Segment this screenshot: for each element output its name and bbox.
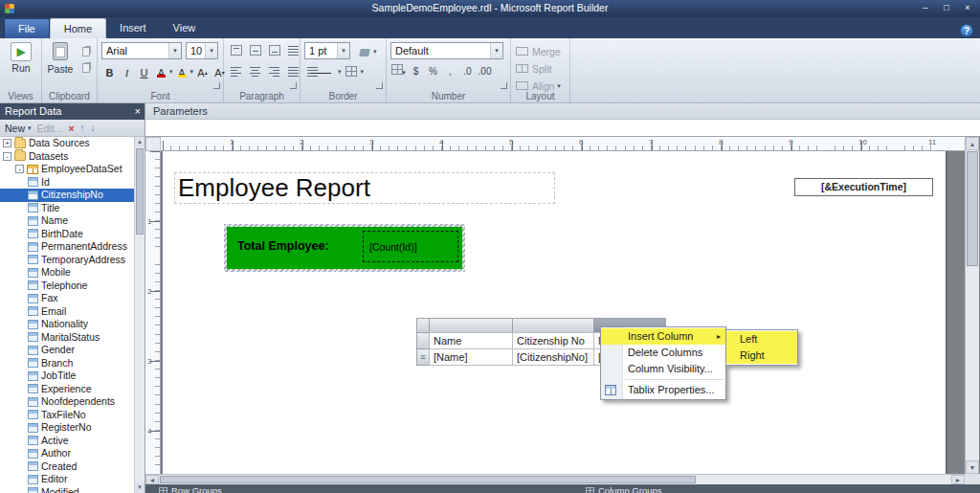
chevron-down-icon[interactable]: ▾ [338,68,342,76]
tree-item-temporaryaddress[interactable]: TemporaryAddress [0,254,145,267]
tree-item-data-sources[interactable]: +Data Sources [0,137,145,150]
chevron-down-icon[interactable]: ▾ [28,124,32,132]
tree-item-id[interactable]: Id [0,176,145,190]
tree-item-active[interactable]: Active [0,435,145,448]
tree-item-datasets[interactable]: -Datasets [0,150,145,164]
column-groups-header[interactable]: Column Groups [586,485,662,493]
highlight-color-button[interactable]: A [174,64,190,80]
paste-button[interactable]: Paste [44,42,77,75]
tree-item-nationality[interactable]: Nationality [0,318,145,331]
total-employee-banner[interactable]: Total Employee: [Count(Id)] [224,224,465,272]
column-handle-0[interactable] [429,318,513,333]
scroll-thumb[interactable] [967,151,978,266]
align-left-button[interactable] [228,64,244,80]
tree-item-fax[interactable]: Fax [0,292,145,305]
new-button[interactable]: New [5,123,25,134]
tab-file[interactable]: File [4,18,50,38]
submenu-item-right[interactable]: Right [726,347,797,364]
borders-button[interactable] [344,64,360,80]
split-button[interactable]: Split [516,60,551,77]
data-cell-0[interactable]: [Name] [429,348,513,366]
chevron-down-icon[interactable]: ▾ [169,68,173,76]
move-down-icon[interactable]: ↓ [91,123,96,133]
tree-item-telephone[interactable]: Telephone [0,280,145,293]
tree-item-registerno[interactable]: RegisterNo [0,421,145,435]
tree-item-author[interactable]: Author [0,447,145,460]
tree-item-experience[interactable]: Experience [0,383,145,396]
decrease-indent-button[interactable] [285,43,301,59]
paragraph-dialog-launcher[interactable] [290,82,297,89]
tree-scrollbar[interactable]: ▲ ▼ [134,137,145,493]
design-vertical-scrollbar[interactable]: ▲ ▼ [965,137,979,474]
expander-icon[interactable]: - [15,165,24,173]
row-groups-header[interactable]: Row Groups [159,485,222,493]
tree-item-taxfileno[interactable]: TaxFileNo [0,409,145,422]
tree-item-citizenshipno[interactable]: CitizenshipNo [0,189,145,202]
tree-item-branch[interactable]: Branch [0,357,145,370]
format-style-button[interactable]: ▾ [390,64,407,79]
percent-button[interactable]: % [425,64,441,79]
chevron-down-icon[interactable]: ▾ [373,48,377,56]
menu-item-delete-columns[interactable]: Delete Columns [601,345,725,361]
border-width-select[interactable]: 1 pt▾ [304,42,350,59]
currency-button[interactable]: $ [408,64,424,79]
font-color-button[interactable]: A [153,64,169,80]
scroll-left-icon[interactable]: ◄ [145,475,159,484]
scroll-up-icon[interactable]: ▲ [966,137,979,150]
font-size-select[interactable]: 10▾ [186,42,218,59]
header-cell-citizenship-no[interactable]: Citizenship No [512,332,594,349]
align-bottom-button[interactable] [266,43,282,59]
cut-button[interactable] [78,45,94,58]
tree-item-email[interactable]: Email [0,305,145,319]
tree-item-modified[interactable]: Modified [0,486,145,493]
tree-item-title[interactable]: Title [0,202,145,215]
line-style-select[interactable] [304,64,337,80]
move-up-icon[interactable]: ↑ [80,123,85,133]
font-dialog-launcher[interactable] [213,82,220,89]
bold-button[interactable]: B [101,64,118,80]
column-handle-1[interactable] [512,318,594,333]
report-title-textbox[interactable]: Employee Report [174,172,555,204]
run-button[interactable]: ▶ Run [5,42,37,74]
scroll-up-icon[interactable]: ▲ [135,137,145,147]
align-right-button[interactable] [266,64,282,80]
panel-close-icon[interactable]: × [135,103,141,120]
bullets-button[interactable] [285,64,301,80]
delete-icon[interactable]: × [68,123,74,134]
tree-item-gender[interactable]: Gender [0,344,145,357]
tab-view[interactable]: View [160,18,210,38]
parameters-area[interactable] [145,120,980,137]
maximize-button[interactable]: □ [938,2,955,14]
tab-home[interactable]: Home [50,18,106,38]
align-top-button[interactable] [228,43,244,59]
menu-item-insert-column[interactable]: Insert Column▸ [601,328,725,345]
scroll-thumb[interactable] [160,476,696,483]
tree-item-permanentaddress[interactable]: PermanentAddress [0,240,145,254]
border-color-button[interactable] [356,44,372,60]
font-family-select[interactable]: Arial▾ [101,42,182,59]
expander-icon[interactable]: + [3,139,11,147]
italic-button[interactable]: I [119,64,135,80]
number-format-select[interactable]: Default▾ [390,42,503,59]
total-employee-value[interactable]: [Count(Id)] [363,231,458,262]
edit-button[interactable]: Edit... [37,123,63,134]
total-employee-label[interactable]: Total Employee: [230,231,360,262]
menu-item-tablix-properties[interactable]: Tablix Properties... [601,382,725,398]
thousands-separator-button[interactable]: , [442,64,458,79]
tree-item-created[interactable]: Created [0,460,145,474]
minimize-button[interactable]: – [917,2,934,14]
close-button[interactable]: × [959,2,976,14]
tree-item-name[interactable]: Name [0,214,145,228]
tree-item-employeedataset[interactable]: -EmployeeDataSet [0,163,145,176]
header-cell-name[interactable]: Name [429,332,513,349]
scroll-right-icon[interactable]: ► [951,475,965,484]
underline-button[interactable]: U [136,64,152,80]
chevron-down-icon[interactable]: ▾ [361,68,365,76]
copy-button[interactable] [78,61,94,75]
tablix-corner-handle[interactable] [416,318,430,333]
report-page[interactable]: Employee Report [&ExecutionTime] Total E… [163,151,946,474]
chevron-down-icon[interactable]: ▾ [190,68,194,76]
menu-item-column-visibility[interactable]: Column Visibility... [601,361,725,377]
increase-decimal-button[interactable]: .00 [477,64,493,79]
data-cell-1[interactable]: [CitizenshipNo] [512,348,594,366]
